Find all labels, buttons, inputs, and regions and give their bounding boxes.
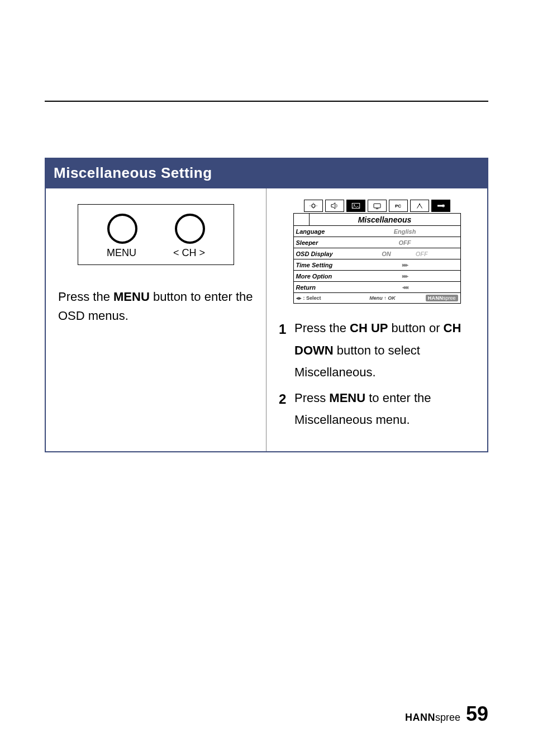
svg-rect-5 xyxy=(352,204,360,209)
osd-tab-audio xyxy=(325,200,344,212)
osd-title-text: Miscellaneous xyxy=(310,214,460,225)
ch-button-icon xyxy=(175,214,205,244)
menu-button-icon xyxy=(107,214,137,244)
remote-button-row xyxy=(88,214,223,244)
page: Miscellaneous Setting MENU < CH > Press … xyxy=(0,0,533,756)
footer-brand-spree: spree xyxy=(435,712,460,723)
instr-text-pre: Press the xyxy=(58,290,113,304)
osd-tab-misc xyxy=(431,200,450,212)
osd-row-language: Language English xyxy=(294,226,460,237)
antenna-icon xyxy=(415,202,425,210)
step-1-text: Press the CH UP button or CH DOWN button… xyxy=(294,317,475,384)
osd-value-off: OFF xyxy=(416,251,428,257)
footer-brand: HANNspree xyxy=(405,712,460,724)
section-title: Miscellaneous Setting xyxy=(46,159,487,188)
speaker-icon xyxy=(330,202,340,210)
svg-point-6 xyxy=(353,204,354,205)
footer-brand-hann: HANN xyxy=(405,712,435,723)
manual-section-box: Miscellaneous Setting MENU < CH > Press … xyxy=(45,158,488,452)
ch-button-label: < CH > xyxy=(173,247,205,259)
osd-value-language: English xyxy=(394,228,416,235)
image-icon xyxy=(351,202,361,210)
osd-footer-select-text: : Select xyxy=(303,295,321,301)
instruction-steps: 1 Press the CH UP button or CH DOWN butt… xyxy=(279,317,475,431)
hannspree-badge: HANNspree xyxy=(426,295,458,301)
arrow-right-icon: ▸▸▸ xyxy=(402,262,407,268)
step-1-number: 1 xyxy=(279,317,294,384)
osd-tab-brightness xyxy=(304,200,323,212)
left-instruction-text: Press the MENU button to enter the OSD m… xyxy=(58,287,254,325)
brand-spree: spree xyxy=(443,295,456,301)
osd-footer-brand: HANNspree xyxy=(413,295,458,301)
osd-row-more-option: More Option ▸▸▸ xyxy=(294,271,460,282)
step-2-number: 2 xyxy=(279,387,294,431)
pc-label: PC xyxy=(395,204,401,209)
left-right-arrows-icon: ◂▸ xyxy=(296,295,302,301)
osd-row-time-setting: Time Setting ▸▸▸ xyxy=(294,259,460,271)
remote-labels-row: MENU < CH > xyxy=(88,247,223,259)
svg-point-9 xyxy=(418,204,420,205)
svg-rect-10 xyxy=(437,205,444,207)
sun-icon xyxy=(308,202,318,210)
page-footer: HANNspree 59 xyxy=(405,702,488,726)
osd-title-blank xyxy=(294,214,310,225)
menu-button-label: MENU xyxy=(107,247,136,259)
osd-label-more-option: More Option xyxy=(294,273,350,280)
osd-value-sleeper: OFF xyxy=(399,239,411,246)
s2-t1: Press xyxy=(294,391,329,405)
two-column-layout: MENU < CH > Press the MENU button to ent… xyxy=(46,188,487,451)
tv-icon xyxy=(372,202,382,210)
s1-b1: CH UP xyxy=(350,321,388,335)
osd-label-osd-display: OSD Display xyxy=(294,251,350,257)
right-column: PC Miscellaneous xyxy=(266,188,487,451)
step-2: 2 Press MENU to enter the Miscellaneous … xyxy=(279,387,475,431)
osd-row-osd-display: OSD Display ON OFF xyxy=(294,248,460,259)
osd-label-time-setting: Time Setting xyxy=(294,262,350,268)
osd-label-return: Return xyxy=(294,284,350,291)
osd-row-return: Return ◂◂◂ xyxy=(294,282,460,293)
s2-b1: MENU xyxy=(329,391,365,405)
arrow-right-icon: ▸▸▸ xyxy=(402,273,407,279)
osd-tab-setup xyxy=(410,200,429,212)
osd-footer-menu-ok: Menu ↑ OK xyxy=(352,295,413,301)
top-divider xyxy=(45,101,488,102)
osd-tab-picture xyxy=(346,200,365,212)
arrow-left-icon: ◂◂◂ xyxy=(402,284,407,290)
svg-rect-7 xyxy=(374,204,380,208)
osd-footer: ◂▸ : Select Menu ↑ OK HANNspree xyxy=(294,293,460,303)
osd-value-on: ON xyxy=(382,251,391,257)
step-1: 1 Press the CH UP button or CH DOWN butt… xyxy=(279,317,475,384)
osd-menu-screenshot: PC Miscellaneous xyxy=(293,200,461,304)
svg-point-0 xyxy=(312,204,315,207)
step-2-text: Press MENU to enter the Miscellaneous me… xyxy=(294,387,475,431)
osd-body: Miscellaneous Language English Sleeper O… xyxy=(293,213,461,304)
s1-t1: Press the xyxy=(294,321,350,335)
remote-buttons-illustration: MENU < CH > xyxy=(78,204,234,265)
osd-row-sleeper: Sleeper OFF xyxy=(294,237,460,248)
osd-tab-pc: PC xyxy=(389,200,408,212)
tools-icon xyxy=(436,202,446,210)
osd-label-sleeper: Sleeper xyxy=(294,239,350,246)
left-column: MENU < CH > Press the MENU button to ent… xyxy=(46,188,266,451)
osd-footer-select: ◂▸ : Select xyxy=(296,295,352,301)
osd-title-row: Miscellaneous xyxy=(294,214,460,226)
instr-text-bold: MENU xyxy=(113,290,150,304)
osd-label-language: Language xyxy=(294,228,350,235)
osd-tab-strip: PC xyxy=(293,200,461,212)
brand-hann: HANN xyxy=(428,295,443,301)
page-number: 59 xyxy=(466,702,488,726)
osd-tab-tv xyxy=(368,200,387,212)
s1-t2: button or xyxy=(388,321,444,335)
